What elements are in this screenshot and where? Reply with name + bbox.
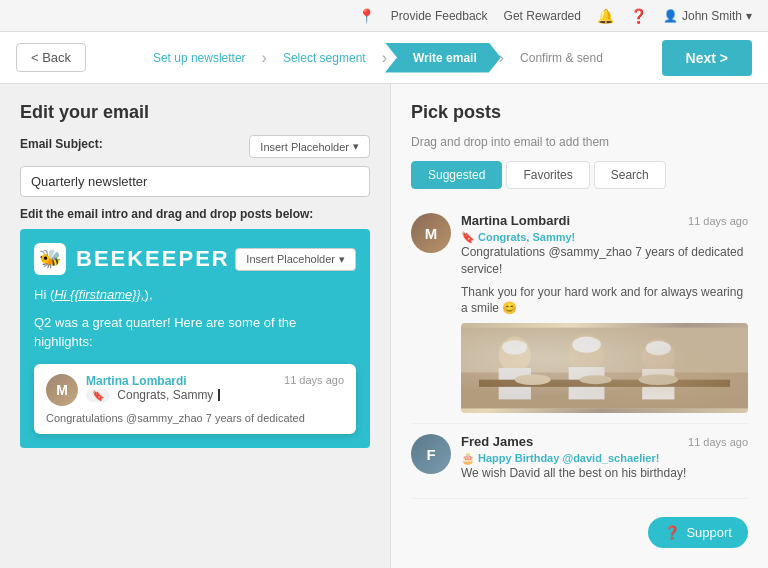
- cursor-indicator: [218, 389, 220, 401]
- post-item-1[interactable]: M Martina Lombardi 11 days ago 🔖 Congrat…: [411, 203, 748, 424]
- svg-point-14: [639, 374, 678, 385]
- post-tag-2: 🎂 Happy Birthday @david_schaelier!: [461, 452, 748, 465]
- svg-rect-9: [642, 369, 674, 399]
- svg-rect-15: [461, 328, 748, 409]
- post-text-1b: Thank you for your hard work and for alw…: [461, 284, 748, 318]
- top-bar: 📍 Provide Feedback Get Rewarded 🔔 ❓ 👤 Jo…: [0, 0, 768, 32]
- right-panel: Pick posts Drag and drop into email to a…: [390, 84, 768, 568]
- step-setup[interactable]: Set up newsletter: [135, 45, 264, 71]
- provide-feedback-link[interactable]: Provide Feedback: [391, 9, 488, 23]
- left-panel: Edit your email Email Subject: Insert Pl…: [0, 84, 390, 568]
- svg-rect-0: [461, 328, 748, 409]
- post-time-1: 11 days ago: [688, 215, 748, 227]
- bell-icon[interactable]: 🔔: [597, 8, 614, 24]
- post-author-fred: Fred James: [461, 434, 533, 449]
- chef-scene-svg: [461, 323, 748, 413]
- dragged-card-time: 11 days ago: [284, 374, 344, 388]
- chevron-down-icon: ▾: [353, 140, 359, 153]
- support-button[interactable]: ❓ Support: [648, 517, 748, 548]
- post-tag-1: 🔖 Congrats, Sammy!: [461, 231, 748, 244]
- step-segment[interactable]: Select segment: [265, 45, 384, 71]
- email-insert-placeholder-button[interactable]: Insert Placeholder ▾: [235, 248, 356, 271]
- bee-icon: 🐝: [34, 243, 66, 275]
- post-item-2-header: Fred James 11 days ago: [461, 434, 748, 449]
- svg-point-4: [502, 340, 527, 354]
- step-confirm[interactable]: Confirm & send: [502, 45, 621, 71]
- dragged-card-avatar-img: M: [46, 374, 78, 406]
- post-item-1-body: Martina Lombardi 11 days ago 🔖 Congrats,…: [461, 213, 748, 413]
- help-icon[interactable]: ❓: [630, 8, 647, 24]
- email-editor: 🐝 BEEKEEPER Insert Placeholder ▾ Hi (Hi …: [20, 229, 370, 448]
- insert-placeholder-button[interactable]: Insert Placeholder ▾: [249, 135, 370, 158]
- firstname-placeholder: Hi {{firstname}},: [54, 287, 144, 302]
- chevron-down-icon: ▾: [746, 9, 752, 23]
- svg-point-8: [642, 339, 674, 375]
- dragged-card-tag: 🔖: [86, 389, 110, 402]
- post-item-2[interactable]: F Fred James 11 days ago 🎂 Happy Birthda…: [411, 424, 748, 499]
- dragged-card-header-row: Martina Lombardi 11 days ago: [86, 374, 344, 388]
- beekeeper-logo: 🐝 BEEKEEPER: [34, 243, 230, 275]
- post-avatar-fred: F: [411, 434, 451, 474]
- svg-point-2: [499, 337, 531, 373]
- support-icon: ❓: [664, 525, 680, 540]
- email-body-text: Q2 was a great quarter! Here are some of…: [34, 313, 356, 352]
- email-header: 🐝 BEEKEEPER Insert Placeholder ▾: [34, 243, 356, 275]
- post-time-2: 11 days ago: [688, 436, 748, 448]
- left-panel-title: Edit your email: [20, 102, 370, 123]
- right-panel-subtitle: Drag and drop into email to add them: [411, 135, 748, 149]
- svg-rect-6: [569, 367, 605, 399]
- subject-label: Email Subject:: [20, 137, 103, 151]
- back-button[interactable]: < Back: [16, 43, 86, 72]
- post-author-martina: Martina Lombardi: [461, 213, 570, 228]
- tab-favorites[interactable]: Favorites: [506, 161, 589, 189]
- next-button[interactable]: Next >: [662, 40, 752, 76]
- email-body: Hi (Hi {{firstname}},), Q2 was a great q…: [34, 285, 356, 352]
- location-icon: 📍: [358, 8, 375, 24]
- tabs: Suggested Favorites Search: [411, 161, 748, 189]
- svg-point-12: [515, 374, 551, 385]
- subject-input[interactable]: [20, 166, 370, 197]
- svg-rect-3: [499, 368, 531, 399]
- email-greeting: Hi (Hi {{firstname}},),: [34, 285, 356, 305]
- post-avatar-martina: M: [411, 213, 451, 253]
- post-image-1: [461, 323, 748, 413]
- stepper-bar: < Back Set up newsletter › Select segmen…: [0, 32, 768, 84]
- user-menu[interactable]: 👤 John Smith ▾: [663, 9, 752, 23]
- svg-point-5: [569, 333, 605, 372]
- step-email[interactable]: Write email: [385, 43, 501, 73]
- post-text-1a: Congratulations @sammy_zhao 7 years of d…: [461, 244, 748, 278]
- svg-point-7: [572, 337, 601, 353]
- svg-rect-1: [461, 373, 748, 409]
- chevron-down-icon: ▾: [339, 253, 345, 266]
- chef-photo: [461, 323, 748, 413]
- svg-rect-11: [479, 380, 730, 387]
- svg-point-10: [646, 341, 671, 355]
- dragged-card-author: Martina Lombardi: [86, 374, 187, 388]
- steps: Set up newsletter › Select segment › Wri…: [110, 43, 645, 73]
- user-avatar-icon: 👤: [663, 9, 678, 23]
- dragged-card-content: 🔖 Congrats, Sammy: [86, 388, 344, 402]
- dragged-card-text: Congratulations @sammy_zhao 7 years of d…: [46, 412, 344, 424]
- right-panel-title: Pick posts: [411, 102, 748, 123]
- dragged-card-header: M Martina Lombardi 11 days ago 🔖 Congrat…: [46, 374, 344, 406]
- tab-search[interactable]: Search: [594, 161, 666, 189]
- post-item-2-body: Fred James 11 days ago 🎂 Happy Birthday …: [461, 434, 748, 488]
- beekeeper-text: BEEKEEPER: [76, 246, 230, 272]
- tab-suggested[interactable]: Suggested: [411, 161, 502, 189]
- svg-point-13: [579, 375, 611, 384]
- edit-intro-label: Edit the email intro and drag and drop p…: [20, 207, 370, 221]
- post-text-2: We wish David all the best on his birthd…: [461, 465, 748, 482]
- dragged-card-avatar: M: [46, 374, 78, 406]
- get-rewarded-link[interactable]: Get Rewarded: [504, 9, 581, 23]
- subject-row: Email Subject: Insert Placeholder ▾: [20, 135, 370, 158]
- dragged-card-meta: Martina Lombardi 11 days ago 🔖 Congrats,…: [86, 374, 344, 402]
- dragged-post-card: M Martina Lombardi 11 days ago 🔖 Congrat…: [34, 364, 356, 434]
- post-item-1-header: Martina Lombardi 11 days ago: [461, 213, 748, 228]
- main-content: Edit your email Email Subject: Insert Pl…: [0, 84, 768, 568]
